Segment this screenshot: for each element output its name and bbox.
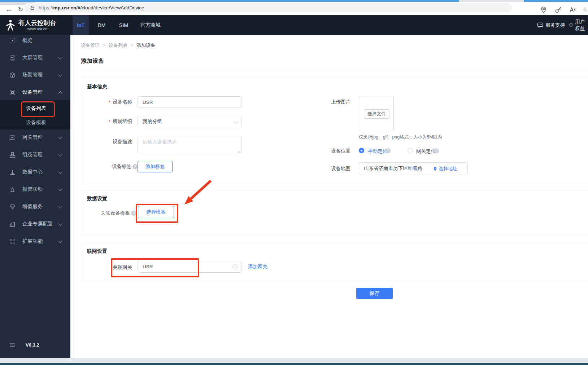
key-icon[interactable] <box>555 6 562 13</box>
sidebar-item-scene-management[interactable]: 场景管理 <box>0 68 70 82</box>
sidebar-item-gateway-management[interactable]: 网关管理 <box>0 130 70 145</box>
tab-dm[interactable]: DM <box>93 15 110 35</box>
gateway-location-option[interactable]: 网关定位 <box>416 148 436 155</box>
version-label: V6.3.2 <box>26 342 39 348</box>
device-description-label: 设备描述 <box>81 138 132 145</box>
sidebar: 概览 大屏管理 场景管理 设备管理 设备列表 设备模板 <box>0 35 70 358</box>
sidebar-item-scada-management[interactable]: 组态管理 <box>0 148 70 162</box>
upload-image-label: 上传图片 <box>300 99 350 105</box>
gateway-input[interactable] <box>138 261 241 273</box>
breadcrumb-device-list[interactable]: 设备列表 <box>109 42 127 49</box>
chevron-down-icon <box>58 55 62 59</box>
sidebar-item-value-added-services[interactable]: 增值服务 <box>0 199 70 214</box>
url-bar[interactable]: https://mp.usr.cn/#/cloud/device/ViewAdd… <box>24 3 512 13</box>
usr-person-icon <box>5 19 16 31</box>
chevron-down-icon <box>58 152 62 156</box>
upload-dropzone[interactable]: 选择文件 <box>359 96 394 131</box>
device-name-label: *设备名称 <box>81 99 132 105</box>
device-description-textarea[interactable] <box>138 136 241 153</box>
section-title-basic: 基本信息 <box>87 84 107 90</box>
taskbar-edge <box>0 363 588 365</box>
enterprise-icon <box>9 221 16 227</box>
breadcrumb-separator: > <box>131 43 133 48</box>
sidebar-item-alarm-linkage[interactable]: 报警联动 <box>0 182 70 197</box>
help-icon[interactable]: ? <box>434 148 439 153</box>
collapse-sidebar-icon[interactable] <box>9 342 16 348</box>
resize-grip-icon[interactable] <box>237 150 241 153</box>
brand-logo[interactable]: 有人云控制台 www.usr.cn <box>5 15 70 35</box>
device-location-label: 设备位置 <box>300 148 350 154</box>
alarm-icon <box>9 186 16 193</box>
sidebar-item-extended-functions[interactable]: 扩展功能 <box>0 234 70 249</box>
radio-gateway-location[interactable] <box>408 148 413 153</box>
lock-icon <box>30 5 35 10</box>
chevron-down-icon <box>58 221 62 225</box>
back-icon[interactable]: ← <box>5 6 13 14</box>
app-root: ← ↻ https://mp.usr.cn/#/cloud/device/Vie… <box>0 0 588 365</box>
section-title-data: 数据设置 <box>87 195 107 202</box>
read-aloud-icon[interactable] <box>569 6 576 13</box>
tab-iot[interactable]: IoT <box>73 15 89 35</box>
panel-data-settings: 数据设置 关联设备模板? 选择模板 <box>81 190 588 235</box>
help-icon[interactable]: ? <box>132 164 138 169</box>
tab-official-store[interactable]: 官方商城 <box>139 15 162 35</box>
chevron-up-icon <box>58 91 62 95</box>
star-icon[interactable]: ☆ <box>582 6 588 13</box>
gateway-icon <box>9 135 16 141</box>
overview-icon <box>9 38 16 44</box>
data-center-icon <box>9 169 16 175</box>
choose-file-button[interactable]: 选择文件 <box>364 109 389 119</box>
trademark-icon <box>19 19 22 22</box>
url-text: https://mp.usr.cn/#/cloud/device/ViewAdd… <box>39 5 144 10</box>
device-tags-label: 设备标签? <box>81 163 138 170</box>
radio-manual-location[interactable] <box>359 148 364 153</box>
add-gateway-link[interactable]: 添加网关 <box>248 264 267 270</box>
sidebar-item-data-center[interactable]: 数据中心 <box>0 165 70 179</box>
manual-location-option[interactable]: 手动定位 <box>368 148 387 155</box>
save-button[interactable]: 保存 <box>356 288 393 299</box>
sidebar-item-screen-management[interactable]: 大屏管理 <box>0 50 70 65</box>
chevron-down-icon <box>58 72 62 76</box>
sidebar-item-device-list[interactable]: 设备列表 <box>0 101 70 115</box>
panel-network-settings: 联网设置 关联网关 × 添加网关 <box>81 243 588 280</box>
window-bottom-edge <box>0 358 588 363</box>
organization-label: *所属组织 <box>81 118 132 125</box>
sidebar-item-device-template[interactable]: 设备模板 <box>0 115 70 129</box>
refresh-icon[interactable]: ↻ <box>17 6 25 14</box>
location-pin-icon[interactable] <box>540 6 547 13</box>
organization-select[interactable] <box>138 116 241 127</box>
chat-icon <box>537 22 543 28</box>
gateway-label: 关联网关 <box>81 264 132 271</box>
chevron-down-icon <box>58 170 62 173</box>
breadcrumb-current: 添加设备 <box>136 42 155 49</box>
breadcrumb: 设备管理 > 设备列表 > 添加设备 <box>81 42 155 49</box>
app-header: 有人云控制台 www.usr.cn IoT DM SIM 官方商城 服务支持 用… <box>0 15 588 35</box>
device-name-input[interactable] <box>138 96 241 108</box>
section-title-network: 联网设置 <box>87 248 107 255</box>
browser-toolbar: ← ↻ https://mp.usr.cn/#/cloud/device/Vie… <box>0 2 588 15</box>
chevron-down-icon <box>58 135 62 139</box>
device-icon <box>9 89 16 96</box>
scene-icon <box>9 72 16 78</box>
value-service-icon <box>9 204 16 210</box>
sidebar-item-enterprise-config[interactable]: 企业专属配置 <box>0 217 70 231</box>
choose-template-button[interactable]: 选择模板 <box>138 206 174 218</box>
help-icon[interactable]: ? <box>386 148 391 153</box>
choose-address-link[interactable]: 选择地址 <box>433 166 457 172</box>
sidebar-item-overview[interactable]: 概览 <box>0 33 70 48</box>
main-content: 设备管理 > 设备列表 > 添加设备 添加设备 基本信息 *设备名称 *所属组织… <box>70 35 588 358</box>
device-template-label: 关联设备模板? <box>81 210 136 216</box>
user-benefits[interactable]: 用户权益 <box>569 15 588 35</box>
service-support[interactable]: 服务支持 <box>537 15 565 35</box>
add-tag-button[interactable]: 添加标签 <box>138 161 173 172</box>
help-icon[interactable]: ? <box>131 211 136 216</box>
sidebar-item-device-management[interactable]: 设备管理 <box>0 85 70 100</box>
panel-basic-info: 基本信息 *设备名称 *所属组织 设备描述 设备标签? 添加标签 <box>81 77 588 182</box>
extension-icon <box>9 238 16 245</box>
title-divider <box>81 71 588 71</box>
tab-sim[interactable]: SIM <box>116 15 132 35</box>
breadcrumb-separator: > <box>103 43 105 48</box>
shield-icon <box>569 22 573 28</box>
breadcrumb-device-management[interactable]: 设备管理 <box>81 42 100 49</box>
clear-icon[interactable]: × <box>232 264 238 269</box>
